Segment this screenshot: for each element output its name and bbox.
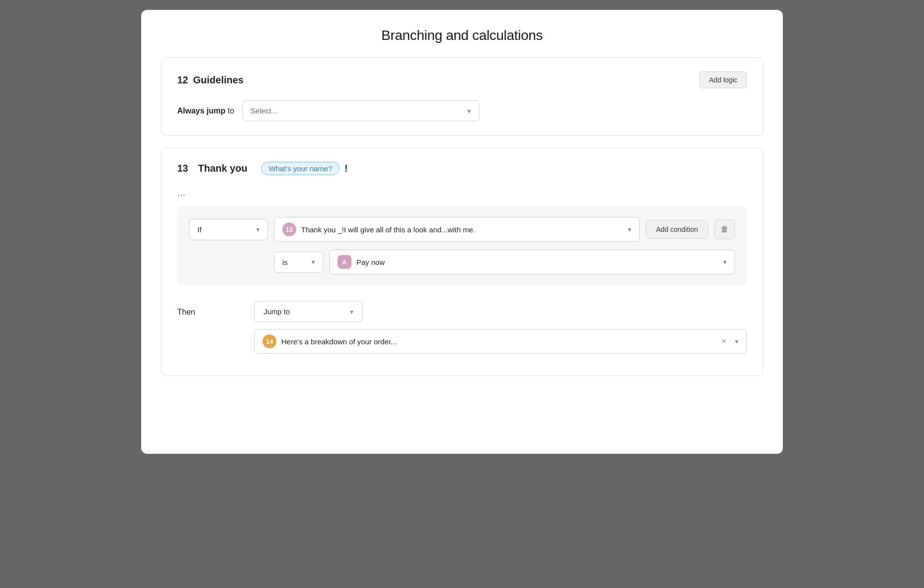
if-dropdown[interactable]: If ▾ <box>189 219 268 240</box>
then-section: Then Jump to ▾ 14 Here's a breakdown of … <box>177 297 747 354</box>
modal-title: Branching and calculations <box>161 28 763 43</box>
chevron-down-icon: ▾ <box>467 107 471 115</box>
close-icon[interactable]: × <box>722 337 726 346</box>
jump-to-chevron-icon: ▾ <box>350 308 353 316</box>
section-13-header: 13 Thank you What's your name? ! <box>177 162 747 175</box>
section-12-title: Guidelines <box>193 74 243 86</box>
then-content: Jump to ▾ 14 Here's a breakdown of your … <box>254 301 747 354</box>
add-condition-button[interactable]: Add condition <box>646 220 708 239</box>
if-chevron-icon: ▾ <box>256 225 260 233</box>
name-badge: What's your name? <box>261 162 340 175</box>
modal-container: Branching and calculations 12 Guidelines… <box>141 10 783 454</box>
if-row: If ▾ 13 Thank you _!I will give all of t… <box>189 217 735 242</box>
question-number-badge: 13 <box>282 222 296 236</box>
is-label: is <box>282 258 288 266</box>
destination-dropdown[interactable]: 14 Here's a breakdown of your order... ×… <box>254 329 747 354</box>
if-label: If <box>197 225 201 234</box>
section-13-number: 13 <box>177 163 188 174</box>
always-jump-label: Always jump to <box>177 107 234 115</box>
jump-to-dropdown[interactable]: Jump to ▾ <box>254 301 363 322</box>
modal-header: Branching and calculations <box>141 10 783 57</box>
always-jump-placeholder: Select... <box>251 107 277 115</box>
destination-number-badge: 14 <box>263 334 276 348</box>
question-text: Thank you _!I will give all of this a lo… <box>301 225 623 234</box>
destination-chevron-icon: ▾ <box>735 337 738 345</box>
modal-overlay: Branching and calculations 12 Guidelines… <box>0 0 924 588</box>
is-dropdown[interactable]: is ▾ <box>274 252 323 273</box>
section-13-dots: ... <box>177 187 747 198</box>
then-row: Then Jump to ▾ 14 Here's a breakdown of … <box>177 301 747 354</box>
if-section: If ▾ 13 Thank you _!I will give all of t… <box>177 206 747 285</box>
section-12: 12 Guidelines Add logic Always jump to S… <box>161 57 763 136</box>
is-chevron-icon: ▾ <box>311 258 315 266</box>
destination-text: Here's a breakdown of your order... <box>281 337 397 346</box>
section-13-title: Thank you <box>198 163 247 174</box>
answer-chevron-icon: ▾ <box>723 258 727 266</box>
delete-button[interactable]: 🗑 <box>714 220 735 239</box>
question-chevron-icon: ▾ <box>628 225 631 233</box>
is-row: is ▾ A Pay now ▾ <box>274 250 735 274</box>
jump-to-label: Jump to <box>264 307 290 316</box>
always-jump-row: Always jump to Select... ▾ <box>177 100 747 121</box>
trash-icon: 🗑 <box>721 225 729 234</box>
always-jump-select[interactable]: Select... ▾ <box>242 100 479 121</box>
section-12-number: 12 <box>177 74 188 86</box>
add-logic-button[interactable]: Add logic <box>699 72 747 88</box>
section-12-title-group: 12 Guidelines <box>177 74 244 86</box>
question-dropdown[interactable]: 13 Thank you _!I will give all of this a… <box>274 217 640 242</box>
exclaim-mark: ! <box>345 163 348 174</box>
section-13-title-group: 13 Thank you What's your name? ! <box>177 162 348 175</box>
then-label: Then <box>177 301 246 317</box>
section-13: 13 Thank you What's your name? ! ... If … <box>161 147 763 376</box>
answer-text: Pay now <box>356 258 385 266</box>
answer-dropdown[interactable]: A Pay now ▾ <box>329 250 735 274</box>
answer-letter-badge: A <box>338 255 351 269</box>
section-12-header: 12 Guidelines Add logic <box>177 72 747 88</box>
